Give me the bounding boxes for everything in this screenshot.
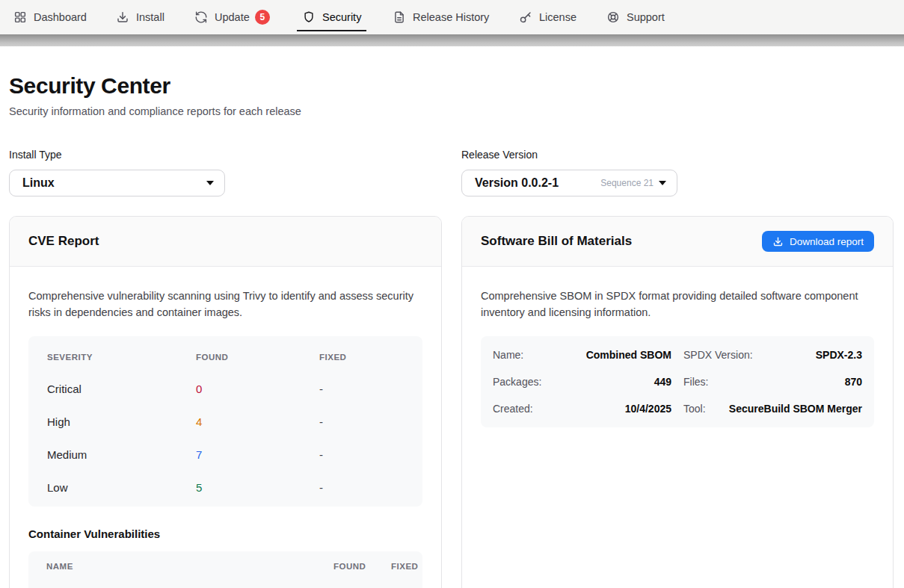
found-value: 4 [196, 415, 319, 428]
document-icon [393, 10, 406, 24]
detail-label: Packages: [493, 376, 541, 388]
sbom-detail-files: Files: 870 [683, 368, 862, 395]
col-name: NAME [46, 562, 333, 571]
col-found: FOUND [196, 353, 319, 362]
detail-label: SPDX Version: [683, 349, 753, 361]
release-version-sequence: Sequence 21 [600, 178, 654, 188]
download-report-label: Download report [790, 236, 864, 247]
top-nav: Dashboard Install Update 5 Security Rele… [0, 0, 904, 34]
severity-label: Critical [47, 383, 196, 395]
release-version-select[interactable]: Version 0.0.2-1 Sequence 21 [461, 170, 677, 196]
col-fixed: FIXED [391, 562, 418, 571]
nav-item-dashboard[interactable]: Dashboard [13, 0, 87, 34]
table-row: Medium 7 - [28, 438, 422, 471]
release-version-filter: Release Version Version 0.0.2-1 Sequence… [461, 149, 894, 196]
col-fixed: FIXED [319, 353, 405, 362]
detail-value: SPDX-2.3 [816, 349, 862, 361]
chevron-down-icon [659, 181, 666, 185]
detail-label: Files: [683, 376, 708, 388]
sbom-details: Name: Combined SBOM SPDX Version: SPDX-2… [481, 336, 874, 427]
update-badge: 5 [255, 10, 270, 25]
severity-table: SEVERITY FOUND FIXED Critical 0 - High 4… [28, 336, 422, 507]
nav-label: Dashboard [34, 11, 87, 23]
download-icon [772, 236, 784, 247]
sbom-detail-spdx-version: SPDX Version: SPDX-2.3 [683, 341, 862, 368]
fixed-value: - [319, 415, 405, 428]
nav-item-update[interactable]: Update 5 [194, 0, 270, 34]
sbom-card: Software Bill of Materials Download repo… [461, 216, 894, 588]
sbom-detail-tool: Tool: SecureBuild SBOM Merger [683, 395, 862, 422]
refresh-icon [194, 10, 208, 24]
page-subtitle: Security information and compliance repo… [9, 105, 894, 117]
col-severity: SEVERITY [47, 353, 196, 362]
fixed-value: - [319, 383, 405, 395]
detail-value: SecureBuild SBOM Merger [729, 403, 862, 415]
sbom-card-header: Software Bill of Materials Download repo… [462, 217, 893, 267]
fixed-value: - [319, 448, 405, 461]
container-vulnerabilities-title: Container Vulnerabilities [28, 527, 422, 541]
cve-report-card: CVE Report Comprehensive vulnerability s… [9, 216, 442, 588]
nav-item-security[interactable]: Security [302, 0, 361, 34]
sbom-detail-packages: Packages: 449 [493, 368, 671, 395]
nav-item-support[interactable]: Support [606, 0, 665, 34]
install-type-value: Linux [22, 176, 206, 190]
cve-card-header: CVE Report [10, 217, 441, 267]
nav-label: Update [215, 11, 250, 23]
page-title: Security Center [9, 73, 894, 99]
cve-card-title: CVE Report [28, 234, 99, 249]
filters-row: Install Type Linux Release Version Versi… [9, 149, 894, 196]
install-type-label: Install Type [9, 149, 442, 161]
severity-label: Low [47, 481, 196, 494]
nav-item-release-history[interactable]: Release History [393, 0, 489, 34]
severity-label: Medium [47, 448, 196, 461]
detail-label: Created: [493, 403, 533, 415]
cve-description: Comprehensive vulnerability scanning usi… [28, 288, 422, 321]
sbom-detail-created: Created: 10/4/2025 [493, 395, 671, 422]
detail-value: 449 [654, 376, 671, 388]
download-icon [116, 10, 129, 24]
container-table-header: NAME FOUND FIXED [28, 551, 422, 581]
table-row: Low 5 - [28, 471, 422, 504]
window-divider [0, 34, 904, 46]
cve-card-body: Comprehensive vulnerability scanning usi… [10, 267, 441, 588]
nav-item-license[interactable]: License [519, 0, 576, 34]
lifebuoy-icon [606, 10, 620, 24]
detail-value: 10/4/2025 [625, 403, 671, 415]
install-type-filter: Install Type Linux [9, 149, 442, 196]
nav-label: Support [627, 11, 665, 23]
found-value: 7 [196, 448, 319, 461]
release-version-value: Version 0.0.2-1 [475, 176, 600, 190]
chevron-down-icon [206, 181, 214, 185]
nav-label: License [539, 11, 576, 23]
sbom-card-title: Software Bill of Materials [481, 234, 632, 249]
main-content: Security Center Security information and… [0, 73, 904, 588]
sbom-detail-name: Name: Combined SBOM [493, 341, 671, 368]
table-row: Critical 0 - [28, 372, 422, 405]
found-value: 0 [196, 383, 319, 395]
found-value: 5 [196, 481, 319, 494]
detail-label: Name: [493, 349, 523, 361]
container-table: NAME FOUND FIXED [28, 551, 422, 588]
severity-label: High [47, 415, 196, 428]
nav-item-install[interactable]: Install [116, 0, 164, 34]
severity-table-header: SEVERITY FOUND FIXED [28, 342, 422, 372]
sbom-card-body: Comprehensive SBOM in SPDX format provid… [462, 267, 893, 449]
col-found: FOUND [333, 562, 391, 571]
detail-value: Combined SBOM [586, 349, 671, 361]
fixed-value: - [319, 481, 405, 494]
key-icon [519, 10, 532, 24]
install-type-select[interactable]: Linux [9, 170, 225, 196]
detail-value: 870 [845, 376, 862, 388]
release-version-label: Release Version [461, 149, 894, 161]
nav-label: Install [136, 11, 164, 23]
nav-label: Security [322, 11, 361, 23]
dashboard-icon [13, 10, 27, 24]
sbom-description: Comprehensive SBOM in SPDX format provid… [481, 288, 874, 321]
table-row: High 4 - [28, 405, 422, 438]
shield-icon [302, 10, 316, 24]
download-report-button[interactable]: Download report [762, 231, 874, 252]
cards-row: CVE Report Comprehensive vulnerability s… [9, 216, 894, 588]
detail-label: Tool: [683, 403, 706, 415]
nav-label: Release History [413, 11, 489, 23]
